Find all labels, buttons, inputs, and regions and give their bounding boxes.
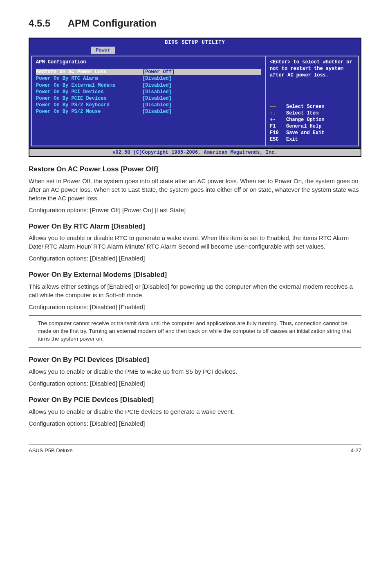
bios-key-action: Save and Exit <box>286 130 325 136</box>
paragraph: Configuration options: [Disabled] [Enabl… <box>29 254 361 263</box>
bios-key-row: +-Change Option <box>270 117 354 123</box>
bios-key-action: Select Item <box>286 110 318 117</box>
bios-key-action: Select Screen <box>286 103 325 110</box>
arrow-ud-icon: ↑↓ <box>270 110 286 117</box>
paragraph: Configuration options: [Disabled] [Enabl… <box>29 379 361 388</box>
footer-left: ASUS P5B Deluxe <box>29 447 73 454</box>
paragraph: This allows either settings of [Enabled]… <box>29 282 361 299</box>
bios-key-key: F10 <box>270 130 286 136</box>
bios-help-text: <Enter> to select whether or not to rest… <box>270 59 354 79</box>
bios-key-row: F10Save and Exit <box>270 130 354 136</box>
bios-tabbar: Power <box>29 47 361 54</box>
bios-key-action: General Help <box>286 123 321 130</box>
bios-row-label: Power On By PCIE Devices <box>36 95 142 102</box>
bios-row-label: Power On By PCI Devices <box>36 89 142 95</box>
bios-key-row: F1General Help <box>270 123 354 130</box>
footer-right: 4-27 <box>351 447 361 454</box>
bios-key-row: ↑↓Select Item <box>270 110 354 117</box>
note-text: The computer cannot receive or transmit … <box>38 320 360 343</box>
bios-title: BIOS SETUP UTILITY <box>29 38 361 47</box>
bios-row-value: [Disabled] <box>142 89 172 95</box>
bios-row[interactable]: Power On By PCI Devices [Disabled] <box>36 89 261 95</box>
bios-row-value: [Power Off] <box>142 69 175 75</box>
bios-help-pane: <Enter> to select whether or not to rest… <box>265 56 359 146</box>
bios-row-label: Power On By PS/2 Mouse <box>36 108 142 115</box>
heading-pci: Power On By PCI Devices [Disabled] <box>29 355 361 365</box>
bios-row[interactable]: Power On By PS/2 Keyboard [Disabled] <box>36 102 261 108</box>
bios-row-value: [Disabled] <box>142 102 172 108</box>
bios-row-value: [Disabled] <box>142 82 172 89</box>
paragraph: Allows you to enable or disable the PME … <box>29 367 361 376</box>
heading-restore: Restore On AC Power Loss [Power Off] <box>29 164 361 174</box>
paragraph: Allows you to enable or disable the PCIE… <box>29 407 361 416</box>
bios-tab-power[interactable]: Power <box>91 47 115 54</box>
bios-row[interactable]: Power On By PCIE Devices [Disabled] <box>36 95 261 102</box>
bios-row-value: [Disabled] <box>142 95 172 102</box>
bios-row-label: Power On By External Modems <box>36 82 142 89</box>
bios-row-label: Power On By RTC Alarm <box>36 75 142 82</box>
bios-key-row: ESCExit <box>270 136 354 143</box>
arrow-lr-icon: ←→ <box>270 103 286 110</box>
section-title-text: APM Configuration <box>68 18 157 29</box>
heading-rtc: Power On By RTC Alarm [Disabled] <box>29 222 361 231</box>
bios-footer: v02.58 (C)Copyright 1985-2006, American … <box>29 149 361 157</box>
paragraph: Configuration options: [Disabled] [Enabl… <box>29 303 361 311</box>
heading-pcie: Power On By PCIE Devices [Disabled] <box>29 395 361 405</box>
bios-row[interactable]: Power On By PS/2 Mouse [Disabled] <box>36 108 261 115</box>
bios-key-action: Exit <box>286 136 298 143</box>
note-box: The computer cannot receive or transmit … <box>29 315 361 348</box>
bios-key-key: +- <box>270 117 286 123</box>
bios-key-key: F1 <box>270 123 286 130</box>
bios-key-action: Change Option <box>286 117 325 123</box>
bios-body: APM Configuration Restore on AC Power Lo… <box>29 54 361 149</box>
bios-row-label: Power On By PS/2 Keyboard <box>36 102 142 108</box>
paragraph: Allows you to enable or disable RTC to g… <box>29 233 361 251</box>
paragraph: Configuration options: [Disabled] [Enabl… <box>29 419 361 428</box>
paragraph: Configuration options: [Power Off] [Powe… <box>29 206 361 214</box>
bios-row-label: Restore on AC Power Loss <box>36 69 142 75</box>
bios-row-selected[interactable]: Restore on AC Power Loss [Power Off] <box>36 69 261 75</box>
bios-row[interactable]: Power On By RTC Alarm [Disabled] <box>36 75 261 82</box>
bios-row-value: [Disabled] <box>142 75 172 82</box>
bios-row-value: [Disabled] <box>142 108 172 115</box>
section-number: 4.5.5 <box>29 16 65 30</box>
bios-left-pane: APM Configuration Restore on AC Power Lo… <box>31 56 265 146</box>
bios-key-row: ←→Select Screen <box>270 103 354 110</box>
bios-key-legend: ←→Select Screen ↑↓Select Item +-Change O… <box>270 103 354 143</box>
paragraph: When set to Power Off, the system goes i… <box>29 177 361 202</box>
bios-key-key: ESC <box>270 136 286 143</box>
bios-panel-header: APM Configuration <box>36 59 261 65</box>
bios-row[interactable]: Power On By External Modems [Disabled] <box>36 82 261 89</box>
bios-screenshot: BIOS SETUP UTILITY Power APM Configurati… <box>29 38 361 157</box>
page-footer: ASUS P5B Deluxe 4-27 <box>29 444 361 454</box>
heading-modem: Power On By External Modems [Disabled] <box>29 270 361 280</box>
section-title: 4.5.5 APM Configuration <box>29 16 361 30</box>
